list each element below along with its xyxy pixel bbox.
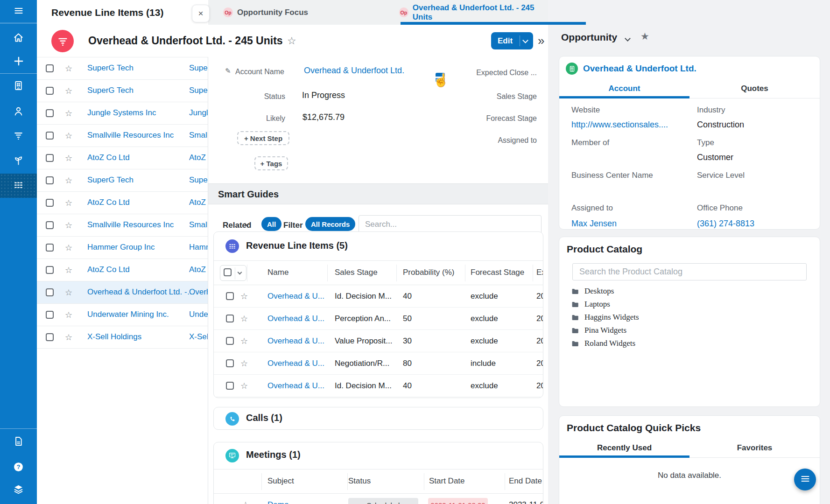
list-item[interactable]: ☆SuperG TechSuperG Tech <box>37 169 208 192</box>
list-item[interactable]: ☆Hammer Group IncHammer Group Inc <box>37 237 208 259</box>
sidebar-item-create[interactable] <box>0 50 37 74</box>
star-icon[interactable]: ☆ <box>65 198 72 208</box>
row-checkbox[interactable] <box>226 292 234 300</box>
table-row[interactable]: ☆DemoScheduled2023-11-01 08:302023-11-01 <box>214 494 543 504</box>
record-name-link[interactable]: SuperG Tech <box>189 63 208 73</box>
star-icon[interactable]: ☆ <box>240 381 248 391</box>
sidebar-item-contacts[interactable] <box>0 100 37 124</box>
cell-name[interactable]: Overhead & U... <box>267 336 324 346</box>
list-item[interactable]: ☆Smallville Resources IncSmallville Reso… <box>37 125 208 147</box>
tab-recently-used[interactable]: Recently Used <box>559 439 689 457</box>
column-header-status[interactable]: Status <box>348 476 371 486</box>
row-checkbox[interactable] <box>46 221 54 229</box>
record-name-link[interactable]: SuperG Tech <box>87 63 134 73</box>
account-name-value[interactable]: Overhead & Underfoot Ltd. <box>304 66 404 76</box>
record-name-link[interactable]: X-Sell Holdings <box>87 332 141 342</box>
star-icon[interactable]: ☆ <box>242 500 249 504</box>
record-name-link[interactable]: Overhead & Underfoot Ltd. - 245 Units <box>87 287 196 297</box>
star-icon[interactable]: ☆ <box>65 108 72 119</box>
star-icon[interactable]: ☆ <box>65 220 72 231</box>
sidebar-item-home[interactable] <box>0 26 37 50</box>
assistant-fab-button[interactable] <box>794 469 816 490</box>
panel-header[interactable]: Meetings (1) <box>214 442 543 469</box>
column-header-probability-[interactable]: Probability (%) <box>403 268 455 277</box>
star-icon[interactable]: ☆ <box>240 291 248 301</box>
cell-name[interactable]: Overhead & U... <box>267 359 324 368</box>
list-item[interactable]: ☆X-Sell HoldingsX-Sell Holdings <box>37 326 208 349</box>
row-checkbox[interactable] <box>46 132 54 140</box>
select-all-checkbox[interactable] <box>224 268 232 276</box>
select-all-control[interactable] <box>220 265 246 281</box>
record-name-link[interactable]: Jungle Systems Inc <box>87 108 156 118</box>
list-item[interactable]: ☆Smallville Resources IncSmallville Reso… <box>37 214 208 237</box>
column-header-forecast-stage[interactable]: Forecast Stage <box>471 268 524 277</box>
row-checkbox[interactable] <box>46 176 54 184</box>
star-icon[interactable]: ☆ <box>240 314 248 324</box>
sidebar-item-leads[interactable] <box>0 149 37 173</box>
tab-opportunity-focus[interactable]: Op Opportunity Focus <box>223 0 308 25</box>
tab-quotes[interactable]: Quotes <box>689 80 820 98</box>
row-checkbox[interactable] <box>46 333 54 341</box>
sidebar-item-accounts[interactable] <box>0 74 37 98</box>
record-name-link[interactable]: Jungle Systems Inc <box>189 108 208 118</box>
star-icon[interactable]: ☆ <box>240 336 248 346</box>
catalog-folder[interactable]: Roland Widgets <box>571 337 810 350</box>
star-icon[interactable]: ☆ <box>65 243 72 253</box>
star-icon[interactable]: ☆ <box>65 265 72 275</box>
edit-button[interactable]: Edit <box>491 32 533 49</box>
sidebar-item-revenue-line-items[interactable] <box>0 174 37 198</box>
record-name-link[interactable]: AtoZ Co Ltd <box>189 265 208 274</box>
record-name-link[interactable]: SuperG Tech <box>189 175 208 185</box>
list-item[interactable]: ☆Jungle Systems IncJungle Systems Inc <box>37 102 208 125</box>
row-checkbox[interactable] <box>46 199 54 207</box>
record-name-link[interactable]: Smallville Resources Inc <box>87 220 174 230</box>
record-name-link[interactable]: AtoZ Co Ltd <box>189 198 208 207</box>
sidebar-item-help[interactable]: ? <box>0 455 37 480</box>
close-drawer-button[interactable]: × <box>192 5 210 22</box>
row-checkbox[interactable] <box>46 266 54 274</box>
record-name-link[interactable]: Hammer Group Inc <box>87 243 155 252</box>
favorite-star-filled-icon[interactable]: ★ <box>640 31 649 42</box>
column-header-name[interactable]: Name <box>267 268 288 277</box>
record-name-link[interactable]: X-Sell Holdings <box>189 332 208 342</box>
cell-subject[interactable]: Demo <box>267 500 288 504</box>
row-checkbox[interactable] <box>46 109 54 117</box>
sidebar-item-modules[interactable] <box>0 478 37 502</box>
product-catalog-search-input[interactable] <box>572 263 807 280</box>
record-name-link[interactable]: AtoZ Co Ltd <box>189 153 208 162</box>
tab-favorites[interactable]: Favorites <box>689 439 820 457</box>
record-name-link[interactable]: AtoZ Co Ltd <box>87 198 130 207</box>
sidebar-item-opportunities[interactable] <box>0 124 37 148</box>
star-icon[interactable]: ☆ <box>65 310 72 320</box>
row-checkbox[interactable] <box>46 311 54 319</box>
column-header-start-date[interactable]: Start Date <box>429 476 465 486</box>
field-value-assigned-to[interactable]: Max Jensen <box>571 219 617 229</box>
field-value-office-phone[interactable]: (361) 274-8813 <box>697 219 754 229</box>
table-row[interactable]: ☆Overhead & U...Value Proposit...30exclu… <box>214 330 543 352</box>
catalog-folder[interactable]: Desktops <box>571 285 810 298</box>
star-icon[interactable]: ☆ <box>65 131 72 141</box>
panel-header[interactable]: Revenue Line Items (5) <box>214 232 543 261</box>
column-header-exp[interactable]: Exp <box>536 268 543 277</box>
record-name-link[interactable]: Hammer Group Inc <box>189 243 208 252</box>
cell-name[interactable]: Overhead & U... <box>267 292 324 301</box>
row-checkbox[interactable] <box>46 244 54 252</box>
table-row[interactable]: ☆Overhead & U...Perception An...50exclud… <box>214 308 543 330</box>
table-row[interactable]: ☆Overhead & U...Id. Decision M...40exclu… <box>214 375 543 397</box>
row-checkbox[interactable] <box>226 337 234 345</box>
row-checkbox[interactable] <box>226 315 234 322</box>
list-item[interactable]: ☆Overhead & Underfoot Ltd. - 245 UnitsOv… <box>37 281 208 304</box>
star-icon[interactable]: ☆ <box>65 175 72 186</box>
calls-panel[interactable]: Calls (1) <box>213 407 543 430</box>
record-name-link[interactable]: Underwater Mining Inc. <box>189 310 208 319</box>
row-checkbox[interactable] <box>226 382 234 390</box>
record-name-link[interactable]: Smallville Resources Inc <box>189 220 208 230</box>
record-name-link[interactable]: Overhead & Underfoot Ltd. - 245 Units <box>189 287 208 297</box>
cell-name[interactable]: Overhead & U... <box>267 381 324 391</box>
row-checkbox[interactable] <box>46 154 54 162</box>
table-row[interactable]: ☆Overhead & U...Id. Decision M...40exclu… <box>214 285 543 308</box>
list-item[interactable]: ☆AtoZ Co LtdAtoZ Co Ltd <box>37 259 208 281</box>
more-actions-button[interactable]: » <box>538 25 543 57</box>
catalog-folder[interactable]: Laptops <box>571 298 810 311</box>
row-checkbox[interactable] <box>226 359 234 367</box>
